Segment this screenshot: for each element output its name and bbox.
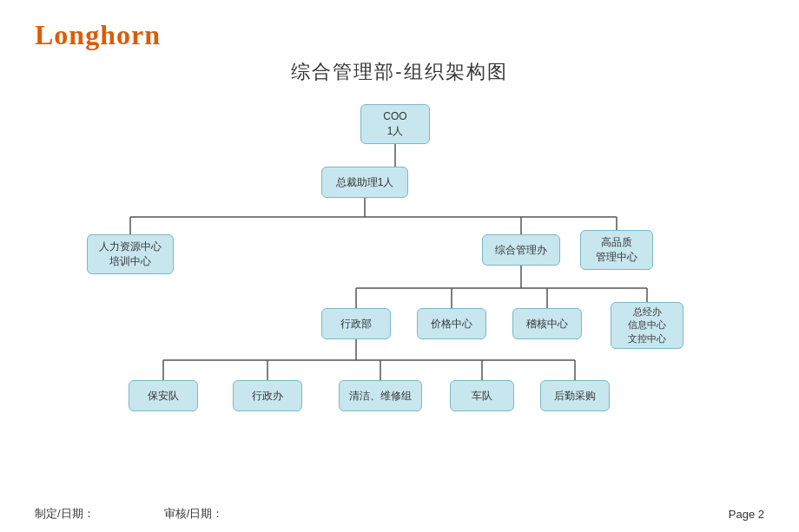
footer-page: Page 2 [729,508,764,521]
node-coo: COO1人 [360,104,430,144]
node-price: 价格中心 [417,308,486,339]
node-assistant: 总裁助理1人 [321,167,408,198]
node-logistics: 后勤采购 [540,380,610,411]
logo: Longhorn [35,19,161,51]
node-general: 综合管理办 [482,234,560,266]
footer: 制定/日期： 审核/日期： Page 2 [0,506,799,522]
node-office-info: 总经办信息中心文控中心 [611,302,683,349]
node-quality: 高品质管理中心 [580,230,653,270]
node-hr: 人力资源中心培训中心 [87,234,174,274]
footer-label2: 审核/日期： [164,506,224,522]
node-fleet: 车队 [450,380,514,411]
node-admin-dept: 行政部 [321,308,391,339]
org-chart: COO1人 总裁助理1人 人力资源中心培训中心 综合管理办 高品质管理中心 行政… [0,95,799,497]
page-title: 综合管理部-组织架构图 [0,59,799,85]
footer-label1: 制定/日期： [35,506,95,522]
node-cleaning: 清洁、维修组 [339,380,422,411]
node-admin-office: 行政办 [233,380,302,411]
node-security: 保安队 [129,380,198,411]
node-audit: 稽核中心 [512,308,582,339]
org-lines [0,95,799,497]
